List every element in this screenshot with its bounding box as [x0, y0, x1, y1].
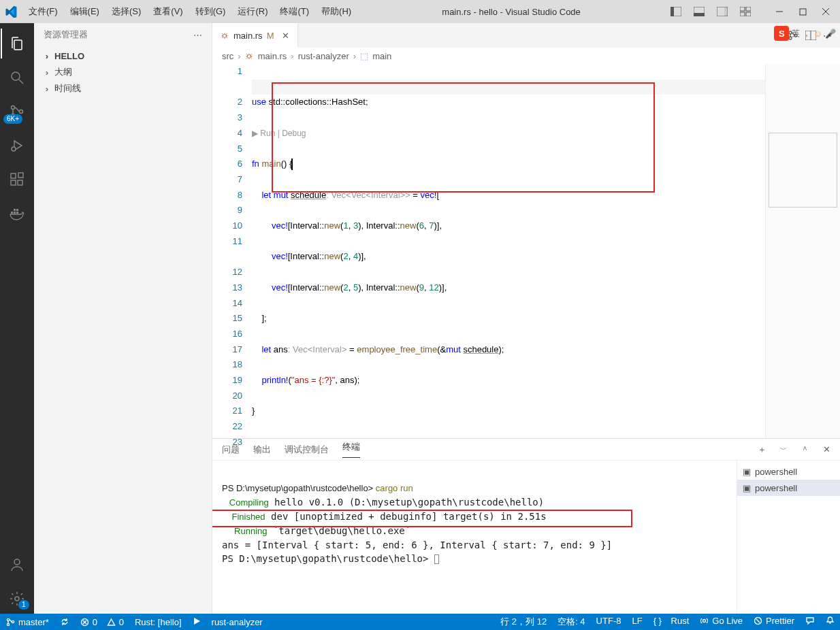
- svg-marker-43: [194, 618, 200, 625]
- svg-rect-5: [724, 7, 728, 16]
- status-encoding[interactable]: UTF-8: [591, 616, 627, 626]
- menu-run[interactable]: 运行(R): [232, 3, 273, 20]
- menu-file[interactable]: 文件(F): [23, 3, 63, 20]
- panel-tab-terminal[interactable]: 终端: [342, 441, 360, 458]
- svg-line-15: [19, 80, 23, 84]
- tree-folder-hello[interactable]: ›HELLO: [34, 48, 212, 64]
- ime-mode-label[interactable]: 英 ，: [792, 28, 810, 39]
- chevron-right-icon: ›: [42, 67, 52, 78]
- svg-rect-24: [18, 173, 23, 178]
- minimap[interactable]: [765, 64, 840, 438]
- status-branch[interactable]: master*: [0, 617, 54, 627]
- vscode-logo-icon: [4, 5, 18, 18]
- customize-layout-icon[interactable]: [735, 3, 756, 20]
- svg-rect-22: [11, 180, 16, 185]
- status-bell-icon[interactable]: [820, 616, 840, 625]
- panel-tab-output[interactable]: 输出: [253, 444, 271, 456]
- terminal-name: powershell: [755, 483, 797, 493]
- bottom-panel: 问题 输出 调试控制台 终端 ＋ ﹀ ＾ ✕ PS D:\mysetup\gop…: [212, 438, 840, 614]
- svg-rect-11: [800, 9, 806, 15]
- toggle-panel-icon[interactable]: [689, 3, 709, 20]
- svg-point-30: [14, 559, 20, 565]
- tab-main-rs[interactable]: ⛭ main.rs M ✕: [212, 23, 298, 48]
- menu-bar: 文件(F) 编辑(E) 选择(S) 查看(V) 转到(G) 运行(R) 终端(T…: [23, 3, 357, 20]
- tree-timeline[interactable]: ›时间线: [34, 80, 212, 97]
- window-maximize-icon[interactable]: [792, 3, 813, 20]
- menu-help[interactable]: 帮助(H): [316, 3, 357, 20]
- breadcrumbs[interactable]: src› ⛭ main.rs› rust-analyzer› ⬚ main: [212, 48, 840, 64]
- status-golive[interactable]: Go Live: [694, 616, 748, 626]
- terminal-split-dropdown-icon[interactable]: ﹀: [780, 445, 787, 454]
- codelens-run[interactable]: ▶ Run | Debug: [252, 126, 840, 142]
- sidebar-title: 资源管理器 ⋯: [34, 23, 212, 46]
- status-spaces[interactable]: 空格: 4: [552, 616, 590, 628]
- terminal-item[interactable]: ▣powershell: [737, 480, 840, 496]
- svg-rect-3: [694, 13, 705, 16]
- explorer-tree[interactable]: ›HELLO ›大纲 ›时间线: [34, 46, 212, 98]
- status-prettier[interactable]: Prettier: [748, 616, 800, 626]
- sidebar-more-icon[interactable]: ⋯: [193, 30, 202, 40]
- panel-tabs: 问题 输出 调试控制台 终端 ＋ ﹀ ＾ ✕: [212, 439, 840, 461]
- activity-search-icon[interactable]: [1, 63, 33, 93]
- menu-go[interactable]: 转到(G): [190, 3, 231, 20]
- tree-label: 时间线: [54, 82, 81, 95]
- menu-terminal[interactable]: 终端(T): [274, 3, 314, 20]
- highlight-box-terminal: [212, 510, 632, 527]
- menu-selection[interactable]: 选择(S): [106, 3, 146, 20]
- status-rust-project[interactable]: Rust: [hello]: [129, 617, 187, 627]
- status-problems[interactable]: 0 0: [75, 617, 129, 627]
- crumb-analyzer[interactable]: rust-analyzer: [298, 51, 349, 61]
- svg-line-46: [756, 619, 760, 623]
- status-cursor-pos[interactable]: 行 2，列 12: [495, 616, 552, 628]
- terminal-new-icon[interactable]: ＋: [758, 444, 766, 456]
- activity-account-icon[interactable]: [1, 550, 33, 580]
- panel-close-icon[interactable]: ✕: [823, 444, 830, 454]
- status-run-icon[interactable]: [187, 617, 206, 625]
- svg-point-16: [12, 106, 15, 110]
- activity-extensions-icon[interactable]: [1, 165, 33, 195]
- settings-badge: 1: [18, 600, 29, 610]
- svg-rect-1: [671, 7, 674, 16]
- tree-outline[interactable]: ›大纲: [34, 64, 212, 80]
- svg-point-18: [20, 110, 23, 114]
- status-eol[interactable]: LF: [626, 616, 647, 626]
- activity-scm-icon[interactable]: 6K+: [1, 97, 33, 127]
- code-editor[interactable]: 1 2 3 4 5 6 7 8 9 10 11 12 13 14 15 16 1…: [212, 64, 840, 438]
- activity-settings-icon[interactable]: 1: [1, 584, 33, 614]
- crumb-main[interactable]: main: [372, 51, 391, 61]
- panel-maximize-icon[interactable]: ＾: [801, 444, 809, 456]
- crumb-src[interactable]: src: [222, 51, 233, 61]
- menu-edit[interactable]: 编辑(E): [65, 3, 105, 20]
- status-language[interactable]: { } Rust: [648, 616, 695, 626]
- status-rust-analyzer[interactable]: rust-analyzer: [206, 617, 268, 627]
- panel-tab-debug-console[interactable]: 调试控制台: [285, 444, 329, 456]
- window-close-icon[interactable]: [815, 3, 836, 20]
- terminal[interactable]: PS D:\mysetup\gopath\rustcode\hello> car…: [212, 461, 737, 614]
- ime-emoji-icon[interactable]: ☺: [813, 29, 822, 39]
- crumb-file[interactable]: main.rs: [258, 51, 287, 61]
- terminal-icon: ▣: [743, 483, 751, 493]
- toggle-primary-sidebar-icon[interactable]: [666, 3, 686, 20]
- sogou-ime-icon[interactable]: S: [774, 26, 789, 41]
- toggle-secondary-sidebar-icon[interactable]: [712, 3, 732, 20]
- svg-rect-7: [746, 7, 751, 11]
- window-minimize-icon[interactable]: [769, 3, 790, 20]
- activity-docker-icon[interactable]: [1, 199, 33, 229]
- activity-debug-icon[interactable]: [1, 131, 33, 161]
- status-sync[interactable]: [54, 617, 75, 627]
- chevron-right-icon: ›: [42, 84, 52, 94]
- svg-point-20: [12, 147, 16, 151]
- menu-view[interactable]: 查看(V): [148, 3, 188, 20]
- terminal-item[interactable]: ▣powershell: [737, 463, 840, 480]
- svg-point-39: [12, 620, 14, 623]
- svg-rect-29: [16, 209, 18, 211]
- code-content[interactable]: use std::collections::HashSet; ▶ Run | D…: [252, 64, 840, 438]
- activity-explorer-icon[interactable]: [1, 29, 33, 59]
- rust-file-icon: ⛭: [221, 31, 229, 41]
- svg-rect-28: [14, 209, 16, 211]
- editor-tabs: ⛭ main.rs M ✕ ⋯: [212, 23, 840, 48]
- tab-close-icon[interactable]: ✕: [282, 31, 289, 41]
- status-feedback-icon[interactable]: [800, 616, 820, 625]
- ime-voice-icon[interactable]: 🎤: [825, 29, 836, 39]
- tree-label: HELLO: [54, 51, 84, 61]
